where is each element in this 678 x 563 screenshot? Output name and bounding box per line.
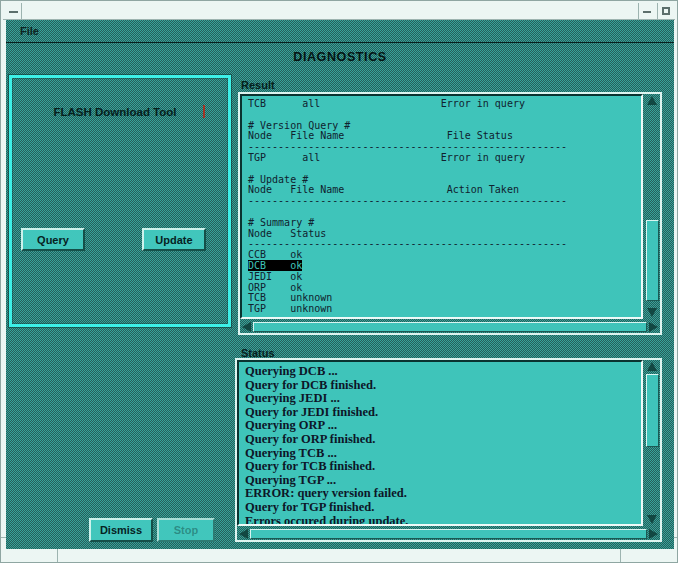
- minimize-icon[interactable]: [643, 11, 651, 13]
- text-line: TCB all Error in query: [248, 99, 641, 110]
- scrollbar-thumb[interactable]: [646, 220, 659, 301]
- text-line: [248, 164, 641, 175]
- result-label: Result: [241, 79, 275, 91]
- scroll-down-icon[interactable]: [647, 515, 657, 524]
- scroll-down-icon[interactable]: [647, 308, 657, 317]
- status-vertical-scrollbar[interactable]: [645, 360, 660, 526]
- text-line: Errors occured during update.: [245, 515, 641, 526]
- scrollbar-thumb[interactable]: [253, 322, 647, 332]
- text-line: [248, 110, 641, 121]
- update-button[interactable]: Update: [142, 228, 206, 251]
- flash-download-panel: FLASH Download Tool Query Update: [9, 75, 231, 327]
- result-horizontal-scrollbar[interactable]: [240, 321, 660, 333]
- status-horizontal-scrollbar[interactable]: [237, 528, 660, 540]
- titlebar-divider: [638, 3, 639, 19]
- window-menu-icon[interactable]: [9, 11, 18, 13]
- stop-button[interactable]: Stop: [157, 518, 215, 542]
- menu-file[interactable]: File: [16, 24, 43, 38]
- flash-panel-title: FLASH Download Tool: [12, 106, 218, 118]
- status-group: Querying DCB ...Query for DCB finished.Q…: [235, 358, 662, 542]
- scroll-up-icon[interactable]: [647, 96, 657, 105]
- text-line: Query for ORP finished.: [245, 433, 641, 447]
- text-line: Query for JEDI finished.: [245, 406, 641, 420]
- result-group: TCB all Error in query # Version Query #…: [238, 92, 662, 335]
- text-line: TGP all Error in query: [248, 153, 641, 164]
- titlebar[interactable]: [3, 3, 675, 20]
- text-line: ----------------------------------------…: [248, 239, 641, 250]
- maximize-icon[interactable]: [662, 7, 670, 15]
- scroll-up-icon[interactable]: [647, 362, 657, 371]
- query-button[interactable]: Query: [21, 228, 85, 251]
- page-title: DIAGNOSTICS: [6, 50, 674, 64]
- text-line: Query for DCB finished.: [245, 379, 641, 393]
- text-line: ERROR: query version failed.: [245, 487, 641, 501]
- text-line: CCB ok: [248, 250, 641, 261]
- resize-handle[interactable]: [57, 547, 58, 562]
- result-vertical-scrollbar[interactable]: [645, 94, 660, 319]
- result-lines: TCB all Error in query # Version Query #…: [248, 99, 641, 315]
- text-line: JEDI ok: [248, 272, 641, 283]
- text-line: ----------------------------------------…: [248, 196, 641, 207]
- text-line: # Summary #: [248, 218, 641, 229]
- dismiss-button[interactable]: Dismiss: [89, 518, 153, 542]
- text-cursor: [203, 105, 205, 118]
- status-lines: Querying DCB ...Query for DCB finished.Q…: [245, 365, 641, 526]
- diagnostics-window: File DIAGNOSTICS FLASH Download Tool Que…: [0, 0, 678, 563]
- text-line: Querying JEDI ...: [245, 392, 641, 406]
- text-line: Query for TGP finished.: [245, 501, 641, 515]
- resize-handle[interactable]: [620, 547, 621, 562]
- text-line: Querying ORP ...: [245, 419, 641, 433]
- titlebar-divider: [21, 3, 22, 19]
- titlebar-divider: [657, 3, 658, 19]
- scrollbar-thumb[interactable]: [250, 529, 647, 539]
- menubar: File: [6, 20, 674, 43]
- scrollbar-thumb[interactable]: [646, 374, 659, 447]
- text-line: Querying TGP ...: [245, 474, 641, 488]
- scroll-right-icon[interactable]: [649, 322, 658, 332]
- main-content: File DIAGNOSTICS FLASH Download Tool Que…: [6, 20, 674, 549]
- text-line: DCB ok: [248, 261, 641, 272]
- text-line: Querying TCB ...: [245, 447, 641, 461]
- scroll-left-icon[interactable]: [239, 529, 248, 539]
- result-text[interactable]: TCB all Error in query # Version Query #…: [240, 94, 643, 319]
- text-line: Query for TCB finished.: [245, 460, 641, 474]
- text-line: TGP unknown: [248, 304, 641, 315]
- text-line: Querying DCB ...: [245, 365, 641, 379]
- scroll-left-icon[interactable]: [242, 322, 251, 332]
- scroll-right-icon[interactable]: [649, 529, 658, 539]
- status-text[interactable]: Querying DCB ...Query for DCB finished.Q…: [237, 360, 643, 526]
